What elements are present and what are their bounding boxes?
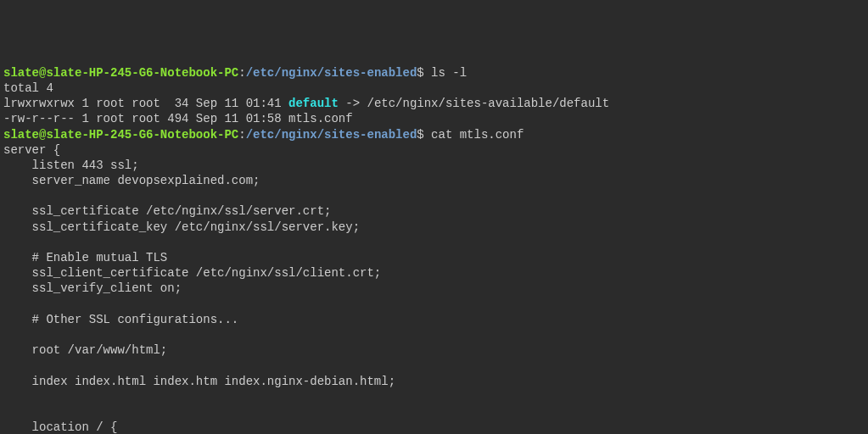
prompt-dollar: $ (417, 128, 423, 142)
prompt-user: slate@slate-HP-245-G6-Notebook-PC (3, 128, 238, 142)
prompt-colon: : (238, 66, 245, 80)
ls-total: total 4 (3, 81, 53, 95)
prompt-dollar: $ (417, 66, 423, 80)
cat-output: server { listen 443 ssl; server_name dev… (3, 143, 395, 434)
prompt-path: /etc/nginx/sites-enabled (246, 128, 417, 142)
ls-line2: -rw-r--r-- 1 root root 494 Sep 11 01:58 … (3, 112, 353, 125)
terminal-output: slate@slate-HP-245-G6-Notebook-PC:/etc/n… (3, 65, 865, 434)
prompt-colon: : (238, 128, 245, 142)
command-1: ls -l (431, 66, 467, 80)
prompt-path: /etc/nginx/sites-enabled (246, 66, 417, 80)
prompt-user: slate@slate-HP-245-G6-Notebook-PC (3, 66, 238, 80)
command-2: cat mtls.conf (431, 128, 524, 142)
ls-line1b: -> /etc/nginx/sites-available/default (339, 97, 609, 110)
symlink-name: default (288, 97, 339, 110)
ls-line1a: lrwxrwxrwx 1 root root 34 Sep 11 01:41 (3, 97, 288, 110)
